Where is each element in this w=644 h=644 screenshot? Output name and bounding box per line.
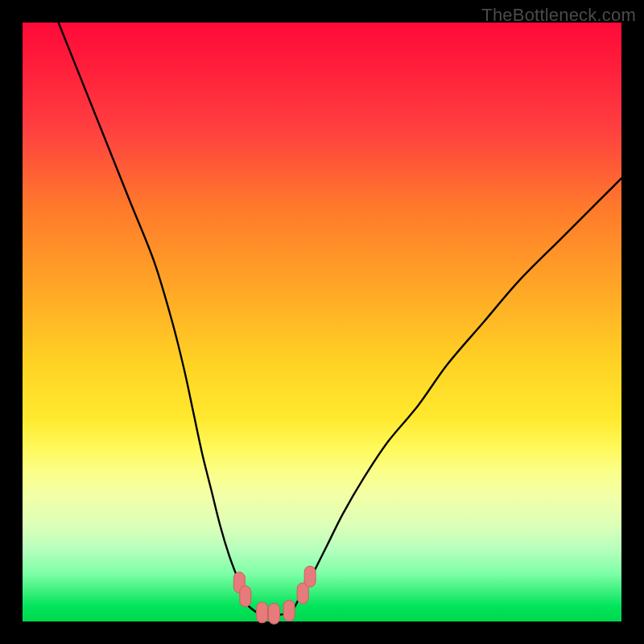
plot-area (23, 23, 621, 621)
outer-frame: TheBottleneck.com (0, 0, 644, 644)
marker-group (233, 566, 316, 624)
marker-point (240, 586, 251, 607)
curve-layer (23, 23, 621, 621)
right-curve-path (298, 178, 621, 601)
marker-point (268, 603, 279, 624)
marker-point (304, 566, 316, 587)
left-curve-path (59, 23, 250, 606)
marker-point (257, 602, 268, 623)
marker-point (283, 601, 295, 621)
